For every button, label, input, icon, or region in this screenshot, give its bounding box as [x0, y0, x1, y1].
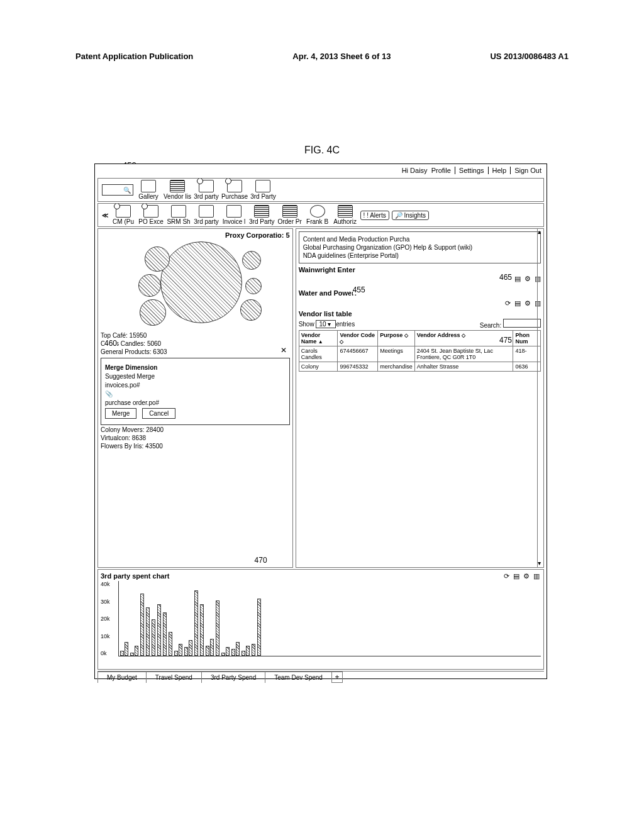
bubble-a[interactable]	[145, 246, 170, 272]
barcode-icon[interactable]: ▥	[533, 572, 540, 580]
th-name[interactable]: Vendor Name ▲	[299, 331, 338, 346]
bar[interactable]	[226, 647, 230, 656]
table-row[interactable]: Colony 996745332 merchandise Anhalter St…	[299, 362, 540, 372]
alerts-button[interactable]: ! ! Alerts	[360, 211, 389, 220]
tool-gallery[interactable]: Gallery	[136, 180, 161, 200]
tool-3rdparty[interactable]: 3rd party	[194, 180, 219, 200]
dropdown-icon: ▾	[328, 321, 331, 328]
add-tab-button[interactable]: +	[331, 672, 343, 683]
link-row-1[interactable]: Global Purchasing Organization (GPO) Hel…	[303, 244, 536, 251]
bar[interactable]	[120, 651, 124, 656]
search-input[interactable]: 🔍	[102, 184, 133, 196]
gear-icon[interactable]: ⚙	[523, 572, 530, 580]
bar-group	[184, 640, 192, 656]
bubble-b[interactable]	[138, 274, 161, 297]
tool-frank[interactable]: Frank B	[305, 205, 330, 225]
tab-my-budget[interactable]: My Budget	[97, 672, 147, 683]
srm-icon	[171, 205, 186, 218]
scrollbar-vertical[interactable]	[537, 229, 544, 567]
bar-chart	[118, 581, 541, 656]
merge-button[interactable]: Merge	[105, 408, 136, 419]
bubble-e[interactable]	[245, 278, 262, 294]
bar[interactable]	[257, 599, 261, 656]
refresh-icon[interactable]: ⟳	[504, 572, 509, 580]
bar[interactable]	[206, 646, 209, 656]
merge-row-1: invoices.po#	[105, 382, 286, 389]
nav-settings[interactable]: Settings	[459, 167, 484, 174]
insights-button[interactable]: 🔎 Insights	[392, 211, 429, 220]
bar[interactable]	[216, 600, 219, 656]
bar[interactable]	[174, 651, 178, 656]
tool-purchase[interactable]: Purchase	[221, 180, 248, 200]
bar[interactable]	[242, 651, 245, 656]
bar[interactable]	[140, 594, 144, 656]
nav-help[interactable]: Help	[492, 167, 507, 174]
bubble-c[interactable]	[140, 299, 166, 326]
link-row-2[interactable]: NDA guidelines (Enterprise Portal)	[303, 252, 536, 259]
bar[interactable]	[125, 642, 128, 656]
gear-icon[interactable]: ⚙	[525, 275, 531, 283]
bar[interactable]	[246, 646, 250, 656]
th-phone[interactable]: Phon Num	[513, 331, 541, 346]
bar[interactable]	[163, 612, 167, 656]
ref-460: 460	[104, 339, 117, 348]
bar[interactable]	[146, 607, 150, 656]
nav-signout[interactable]: Sign Out	[514, 167, 541, 174]
proxy-title: Proxy Corporatio: 5	[101, 231, 290, 239]
tool-3p-inv[interactable]: 3rd party	[194, 205, 219, 225]
tool-3p-label: 3rd party	[194, 218, 218, 225]
tab-teamdev-spend[interactable]: Team Dev Spend	[265, 672, 332, 683]
tool-vendor-list[interactable]: Vendor lis	[164, 180, 191, 200]
table-search-input[interactable]	[503, 319, 541, 328]
chart-panel: 3rd party spent chart ⟳ ▤ ⚙ ▥ 40k 30k 20…	[97, 569, 544, 670]
bar[interactable]	[231, 649, 235, 656]
tool-3p2[interactable]: 3rd Party	[249, 205, 275, 225]
tool-order[interactable]: Order Pr	[277, 205, 303, 225]
doc-icon[interactable]: ▤	[514, 299, 521, 307]
tool-cm[interactable]: CM (Pu	[111, 205, 136, 225]
bar[interactable]	[200, 604, 204, 656]
tab-travel-spend[interactable]: Travel Spend	[146, 672, 202, 683]
refresh-icon[interactable]: ⟳	[505, 299, 511, 307]
bar[interactable]	[236, 642, 240, 656]
nav-profile[interactable]: Profile	[431, 167, 451, 174]
bar[interactable]	[169, 632, 172, 656]
sort-icon: ▲	[318, 339, 323, 345]
table-row[interactable]: Carols Candles 674456667 Meetings 2404 S…	[299, 346, 540, 362]
gallery-icon	[141, 180, 156, 192]
tool-po[interactable]: PO Exce	[138, 205, 164, 225]
chevron-left-icon[interactable]: ≪	[102, 212, 108, 219]
proxy-panel: Proxy Corporatio: 5 Top Café: 15950 Caro…	[97, 228, 293, 568]
bar[interactable]	[194, 590, 198, 656]
close-icon[interactable]: ✕	[280, 346, 287, 355]
bar[interactable]	[179, 644, 182, 656]
bar[interactable]	[184, 647, 188, 656]
show-select[interactable]: 10 ▾	[316, 320, 336, 328]
th-purpose[interactable]: Purpose ◇	[378, 331, 415, 346]
tool-3rdparty-2[interactable]: 3rd Party	[250, 180, 276, 200]
bar[interactable]	[221, 653, 225, 656]
tool-srm[interactable]: SRM Sh	[166, 205, 191, 225]
tab-3rdparty-spend[interactable]: 3rd Party Spend	[201, 672, 265, 683]
bubble-f[interactable]	[240, 299, 262, 321]
bubble-d[interactable]	[242, 251, 261, 270]
bar[interactable]	[210, 639, 214, 656]
doc-icon[interactable]: ▤	[514, 275, 521, 283]
greeting: Hi Daisy	[402, 167, 428, 174]
bar[interactable]	[152, 619, 155, 656]
bar[interactable]	[135, 646, 138, 656]
doc-icon[interactable]: ▤	[513, 572, 519, 580]
bar[interactable]	[252, 644, 255, 656]
bar[interactable]	[157, 604, 161, 656]
bar[interactable]	[189, 640, 192, 656]
divider	[488, 167, 489, 174]
tool-authoriz[interactable]: Authoriz	[333, 205, 358, 225]
bar[interactable]	[130, 653, 134, 656]
tool-invoice[interactable]: Invoice l	[221, 205, 247, 225]
link-row-0[interactable]: Content and Media Production Purcha	[303, 236, 536, 243]
bubble-main[interactable]	[160, 241, 242, 323]
cancel-button[interactable]: Cancel	[142, 408, 175, 419]
th-code[interactable]: Vendor Code ◇	[338, 331, 378, 346]
th-address[interactable]: Vendor Address ◇	[414, 331, 513, 346]
gear-icon[interactable]: ⚙	[525, 299, 531, 307]
